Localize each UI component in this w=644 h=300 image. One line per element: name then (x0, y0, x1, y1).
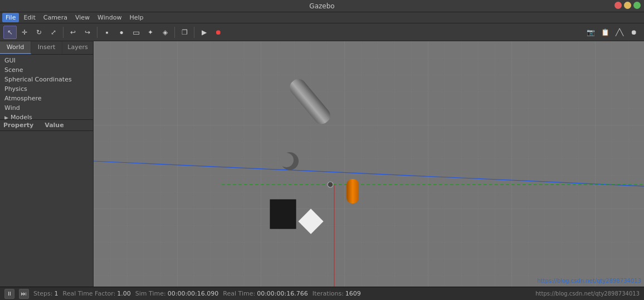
steps-value: 1 (54, 290, 58, 297)
simtime-value: 00:00:00:16.090 (168, 290, 219, 297)
rotate-mode-button[interactable]: ↻ (32, 26, 46, 39)
menu-file[interactable]: File (2, 13, 19, 22)
tree-scene[interactable]: Scene (0, 65, 93, 75)
redo-button[interactable]: ↪ (81, 26, 94, 39)
iterations-display: Iterations: 1609 (313, 290, 361, 297)
statusbar: ⏸ ⏭ Steps: 1 Real Time Factor: 1.00 Sim … (0, 287, 644, 300)
prop-col-property: Property (3, 122, 33, 129)
toolbar-sep-1 (63, 27, 64, 38)
toolbar-sep-3 (174, 27, 175, 38)
prop-col-value: Value (45, 122, 64, 129)
box-button[interactable]: ▪ (100, 26, 114, 39)
record-video-button[interactable]: ⏺ (627, 26, 641, 39)
iterations-value: 1609 (345, 290, 361, 297)
tree-scene-label: Scene (4, 66, 23, 74)
tree-physics-label: Physics (4, 85, 27, 93)
viewport-grid (94, 41, 644, 287)
tree-models-label: Models (11, 114, 32, 119)
close-button[interactable] (614, 2, 622, 9)
tree-physics[interactable]: Physics (0, 84, 93, 94)
menu-window[interactable]: Window (94, 13, 125, 22)
prop-header: Property Value (0, 120, 93, 131)
cylinder-button[interactable]: ▭ (129, 26, 143, 39)
tab-layers[interactable]: Layers (62, 41, 93, 54)
spotlight-button[interactable]: ◈ (158, 26, 172, 39)
properties-panel: Property Value (0, 119, 93, 287)
toolbar: ↖ ✛ ↻ ⤢ ↩ ↪ ▪ ● ▭ ✦ ◈ ❐ ▶ ⏺ 📷 📋 ╱╲ ⏺ (0, 23, 644, 41)
scale-mode-button[interactable]: ⤢ (47, 26, 60, 39)
realtime-display: Real Time: 00:00:00:16.766 (223, 290, 308, 297)
svg-rect-2 (94, 41, 644, 287)
tree-gui[interactable]: GUI (0, 56, 93, 65)
world-tree: GUI Scene Spherical Coordinates Physics … (0, 55, 93, 119)
steps-label: Steps: (33, 290, 52, 297)
iterations-label: Iterations: (313, 290, 344, 297)
tree-gui-label: GUI (4, 57, 16, 64)
tree-wind[interactable]: Wind (0, 103, 93, 113)
realtime-value: 00:00:00:16.766 (257, 290, 308, 297)
menu-edit[interactable]: Edit (20, 13, 38, 22)
svg-rect-11 (347, 179, 359, 204)
watermark-text: https://blog.csdn.net/qty2898734013 (537, 278, 641, 284)
world-tabs: World Insert Layers (0, 41, 93, 55)
plot-button[interactable]: ╱╲ (613, 26, 626, 39)
menu-view[interactable]: View (72, 13, 93, 22)
menu-help[interactable]: Help (126, 13, 147, 22)
toolbar-right: 📷 📋 ╱╲ ⏺ (584, 26, 641, 39)
menu-camera[interactable]: Camera (40, 13, 71, 22)
toolbar-sep-2 (97, 27, 97, 38)
translate-mode-button[interactable]: ✛ (18, 26, 31, 39)
undo-button[interactable]: ↩ (66, 26, 80, 39)
tree-atmosphere[interactable]: Atmosphere (0, 94, 93, 103)
pause-button[interactable]: ⏸ (4, 289, 14, 299)
tree-spherical-coords[interactable]: Spherical Coordinates (0, 75, 93, 84)
svg-point-12 (328, 182, 333, 187)
tree-models[interactable]: ▶ Models (0, 113, 93, 119)
rtf-value: 1.00 (117, 290, 131, 297)
maximize-button[interactable] (633, 2, 641, 9)
steps-display: Steps: 1 (33, 290, 58, 297)
log-button[interactable]: 📋 (598, 26, 612, 39)
toolbar-sep-4 (194, 27, 194, 38)
pointlight-button[interactable]: ✦ (144, 26, 157, 39)
viewport[interactable]: https://blog.csdn.net/qty2898734013 (94, 41, 644, 287)
tab-world[interactable]: World (0, 41, 31, 54)
step-button[interactable]: ⏭ (19, 289, 29, 299)
app-title: Gazebo (309, 2, 334, 10)
svg-rect-9 (270, 200, 296, 229)
select-mode-button[interactable]: ↖ (3, 26, 17, 39)
record-button[interactable]: ⏺ (212, 26, 225, 39)
rtf-label: Real Time Factor: (62, 290, 115, 297)
titlebar: Gazebo (0, 0, 644, 12)
tab-insert[interactable]: Insert (31, 41, 62, 54)
window-controls (614, 2, 641, 9)
tree-spherical-label: Spherical Coordinates (4, 76, 72, 83)
screenshot-button[interactable]: 📷 (584, 26, 597, 39)
tree-atmosphere-label: Atmosphere (4, 95, 42, 102)
realtime-label: Real Time: (223, 290, 255, 297)
models-arrow-icon: ▶ (4, 115, 8, 120)
minimize-button[interactable] (624, 2, 631, 9)
left-panel: World Insert Layers GUI Scene Spherical … (0, 41, 94, 287)
simtime-label: Sim Time: (135, 290, 166, 297)
main-area: World Insert Layers GUI Scene Spherical … (0, 41, 644, 287)
simtime-display: Sim Time: 00:00:00:16.090 (135, 290, 219, 297)
sphere-button[interactable]: ● (115, 26, 128, 39)
copy-button[interactable]: ❐ (178, 26, 191, 39)
menubar: File Edit Camera View Window Help (0, 12, 644, 23)
status-watermark: https://blog.csdn.net/qty2898734013 (535, 291, 640, 297)
tree-wind-label: Wind (4, 104, 20, 112)
svg-point-8 (279, 153, 294, 167)
play-button[interactable]: ▶ (197, 26, 211, 39)
rtf-display: Real Time Factor: 1.00 (62, 290, 130, 297)
